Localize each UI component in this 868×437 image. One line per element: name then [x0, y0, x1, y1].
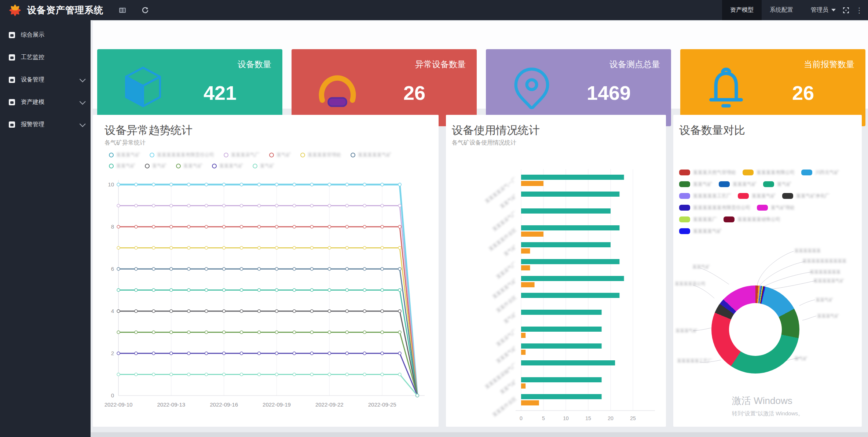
legend-label: 某某某某管理处	[308, 152, 341, 158]
legend-label: 某某某某某气矿	[358, 152, 391, 158]
legend-swatch	[757, 205, 768, 211]
svg-text:2: 2	[111, 350, 114, 356]
nav-tab-asset-model[interactable]: 资产模型	[722, 0, 762, 20]
legend-item[interactable]: 某某气矿净化厂	[782, 193, 829, 199]
legend-swatch	[679, 228, 690, 234]
legend-marker	[176, 164, 181, 168]
legend-label: 某气矿	[152, 163, 166, 169]
svg-text:某某气矿: 某某气矿	[499, 193, 517, 210]
donut-callout-label: 某某气矿	[692, 264, 710, 270]
legend-item[interactable]: 某某某采气厂	[224, 152, 260, 158]
bar-chart[interactable]: 0510152025某某某某采气一厂某某气矿某某某采气厂某某某某作业区某气矿某某…	[450, 158, 662, 426]
more-options-icon[interactable]: ⋮	[856, 6, 863, 15]
app-title: 设备资产管理系统	[27, 4, 103, 16]
legend-item[interactable]: 某某某某某某有限责任公司	[150, 152, 214, 158]
legend-item[interactable]: 川西北气矿	[801, 169, 839, 176]
legend-row: 某某某天然气管理处某某某某有限公司川西北气矿	[679, 169, 857, 176]
svg-text:某某气矿: 某某气矿	[499, 379, 517, 395]
panel-title-usage: 设备使用情况统计	[452, 123, 540, 138]
legend-label: 某某某气矿	[219, 163, 243, 169]
legend-row: 某某某某厂某某某某某销售公司	[679, 216, 857, 223]
legend-item[interactable]: 某气矿	[269, 152, 291, 158]
legend-item[interactable]: 某某某气矿	[738, 193, 776, 199]
legend-row: 某某某某某工艺厂某某某气矿某某气矿净化厂	[679, 193, 857, 199]
legend-item[interactable]: 某某气矿	[176, 163, 202, 169]
donut-callout-label: 某某某气矿	[675, 328, 697, 334]
sidebar-item-alarm-management[interactable]: 报警管理	[0, 113, 91, 136]
legend-swatch	[724, 216, 735, 222]
sidebar-item-label: 综合展示	[21, 31, 44, 39]
menu-icon	[9, 77, 15, 83]
stat-card-label: 当前报警数量	[804, 59, 854, 70]
fullscreen-icon[interactable]	[842, 7, 850, 14]
refresh-icon[interactable]	[142, 7, 149, 14]
svg-text:2022-09-13: 2022-09-13	[157, 401, 185, 408]
legend-item[interactable]: 某某某某某某有限责任公司	[679, 204, 750, 211]
legend-item[interactable]: 某某某某气矿	[679, 228, 722, 234]
legend-label: 某某某某有限公司	[757, 169, 795, 176]
legend-item[interactable]: 某某某气矿	[719, 181, 757, 187]
line-chart[interactable]: 02468102022-09-102022-09-132022-09-16202…	[98, 175, 430, 414]
legend-item[interactable]: 某气矿	[145, 163, 166, 169]
legend-item[interactable]: 某某气矿	[679, 181, 712, 187]
legend-item[interactable]: 某某某某厂	[679, 216, 717, 223]
svg-text:某气矿: 某气矿	[503, 244, 517, 257]
legend-item[interactable]: 某某气矿	[109, 163, 135, 169]
legend-item[interactable]: 某某某气矿	[212, 163, 243, 169]
stat-card-value: 1469	[576, 81, 642, 104]
line-chart-legend: 某某某气矿某某某某某某有限责任公司某某某采气厂某气矿某某某某管理处某某某某某气矿…	[109, 152, 424, 169]
sidebar-item-asset-modeling[interactable]: 资产建模	[0, 91, 91, 113]
legend-label: 某气矿	[260, 163, 274, 169]
legend-swatch	[679, 216, 690, 222]
panel-abnormal-trend: 设备异常趋势统计 各气矿异常统计 某某某气矿某某某某某某有限责任公司某某某采气厂…	[93, 115, 439, 427]
legend-label: 某某某某某工艺厂	[693, 193, 731, 199]
donut-legend: 某某某天然气管理处某某某某有限公司川西北气矿某某气矿某某某气矿某气矿某某某某某工…	[679, 169, 857, 240]
legend-item[interactable]: 某某某某某工艺厂	[679, 193, 731, 199]
legend-item[interactable]: 某某某某有限公司	[743, 169, 795, 176]
svg-text:25: 25	[630, 415, 636, 421]
legend-item[interactable]: 某气矿	[763, 181, 791, 187]
svg-text:2022-09-19: 2022-09-19	[263, 401, 291, 408]
legend-label: 某某某气矿	[733, 181, 757, 187]
legend-label: 某气矿	[777, 181, 791, 187]
nav-tab-system-config[interactable]: 系统配置	[762, 0, 801, 20]
svg-text:某某作业区: 某某作业区	[495, 295, 517, 314]
legend-item[interactable]: 某气矿理处	[757, 204, 795, 211]
legend-marker	[212, 164, 217, 168]
donut-hole	[729, 303, 782, 356]
svg-text:某气矿: 某气矿	[503, 312, 517, 325]
svg-text:某某某气矿: 某某某气矿	[495, 345, 517, 364]
menu-icon	[9, 32, 15, 38]
legend-item[interactable]: 某某某某某气矿	[351, 152, 391, 158]
watermark-line2: 转到“设置”以激活 Windows。	[732, 410, 803, 417]
user-menu[interactable]: 管理员	[811, 6, 836, 14]
bell-icon	[702, 63, 751, 112]
sidebar-item-process-monitor[interactable]: 工艺监控	[0, 46, 91, 69]
svg-text:5: 5	[542, 415, 545, 421]
legend-marker	[150, 153, 154, 157]
stat-card-label: 设备数量	[238, 59, 271, 70]
legend-item[interactable]: 某某某某某销售公司	[724, 216, 780, 223]
legend-item[interactable]: 某气矿	[253, 163, 274, 169]
panel-title-compare: 设备数量对比	[679, 123, 745, 138]
sidebar-item-device-management[interactable]: 设备管理	[0, 69, 91, 91]
stat-card-value: 421	[187, 81, 253, 104]
donut-callout-label: 某某某某某气矿	[813, 278, 844, 284]
legend-row: 某某某某某某有限责任公司某气矿理处	[679, 204, 857, 211]
legend-label: 川西北气矿	[815, 169, 839, 176]
legend-marker	[109, 153, 114, 157]
chevron-down-icon	[80, 121, 86, 127]
svg-text:某某采气厂: 某某采气厂	[495, 328, 517, 347]
sidebar-item-overview[interactable]: 综合展示	[0, 24, 91, 46]
legend-item[interactable]: 某某某气矿	[109, 152, 140, 158]
sidebar-collapse-icon[interactable]	[119, 7, 126, 14]
legend-label: 某某气矿	[183, 163, 202, 169]
svg-text:6: 6	[111, 266, 114, 272]
legend-marker	[269, 153, 274, 157]
legend-item[interactable]: 某某某某管理处	[300, 152, 341, 158]
donut-callout-label: 某某某某某某某某某某	[802, 258, 846, 264]
donut-callout-label: 某某某某某某某	[810, 269, 840, 275]
top-navbar: 设备资产管理系统 资产模型 系统配置 管理员 ⋮	[0, 0, 868, 20]
legend-label: 某气矿理处	[771, 204, 795, 211]
legend-item[interactable]: 某某某天然气管理处	[679, 169, 736, 176]
